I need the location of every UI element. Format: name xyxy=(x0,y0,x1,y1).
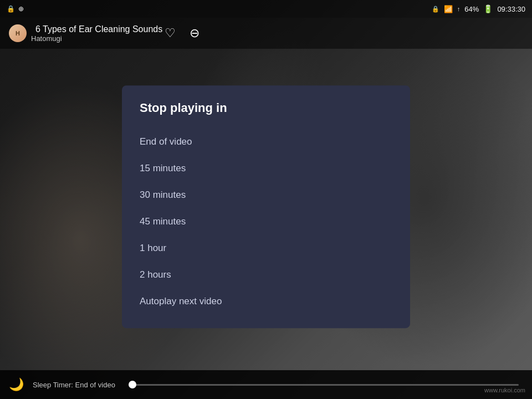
avatar: H xyxy=(9,24,27,42)
video-title: 6 Types of Ear Cleaning Sounds xyxy=(35,24,162,34)
app-bar-actions: ♡ ⊖ xyxy=(162,25,202,41)
option-45-minutes[interactable]: 45 minutes xyxy=(140,208,392,235)
download-icon[interactable]: ⊖ xyxy=(187,25,202,41)
channel-name: Hatomugi xyxy=(31,34,162,43)
signal-up-icon: ↑ xyxy=(457,6,461,12)
wifi-icon: 📶 xyxy=(444,5,453,13)
battery-percentage: 64% xyxy=(464,5,479,13)
option-autoplay-next[interactable]: Autoplay next video xyxy=(140,288,392,315)
app-bar: H 6 Types of Ear Cleaning Sounds Hatomug… xyxy=(0,18,532,49)
status-bar-left: 🔒 ⊕ xyxy=(7,5,24,13)
option-2-hours[interactable]: 2 hours xyxy=(140,262,392,288)
progress-thumb xyxy=(129,381,136,388)
bottom-bar: 🌙 Sleep Timer: End of video xyxy=(0,370,532,399)
clock: 09:33:30 xyxy=(497,5,525,13)
battery-icon: 🔋 xyxy=(483,4,493,13)
lock-icon: 🔒 xyxy=(7,5,15,13)
moon-icon: 🌙 xyxy=(9,377,24,392)
option-30-minutes[interactable]: 30 minutes xyxy=(140,182,392,208)
modal-title: Stop playing in xyxy=(140,101,392,115)
option-15-minutes[interactable]: 15 minutes xyxy=(140,155,392,182)
watermark: www.rukoi.com xyxy=(484,387,525,393)
option-1-hour[interactable]: 1 hour xyxy=(140,235,392,262)
status-bar: 🔒 ⊕ 🔒 📶 ↑ 64% 🔋 09:33:30 xyxy=(0,0,532,18)
lock-status-icon: 🔒 xyxy=(432,6,439,13)
sleep-timer-label: Sleep Timer: End of video xyxy=(33,381,115,389)
stop-playing-modal: Stop playing in End of video 15 minutes … xyxy=(122,85,410,328)
channel-info: H 6 Types of Ear Cleaning Sounds Hatomug… xyxy=(9,24,162,43)
heart-icon[interactable]: ♡ xyxy=(162,25,178,41)
notification-icon: ⊕ xyxy=(18,5,24,13)
progress-track xyxy=(129,384,519,386)
status-bar-right: 🔒 📶 ↑ 64% 🔋 09:33:30 xyxy=(432,4,525,13)
sleep-timer-progress[interactable] xyxy=(129,384,519,386)
option-end-of-video[interactable]: End of video xyxy=(140,129,392,155)
